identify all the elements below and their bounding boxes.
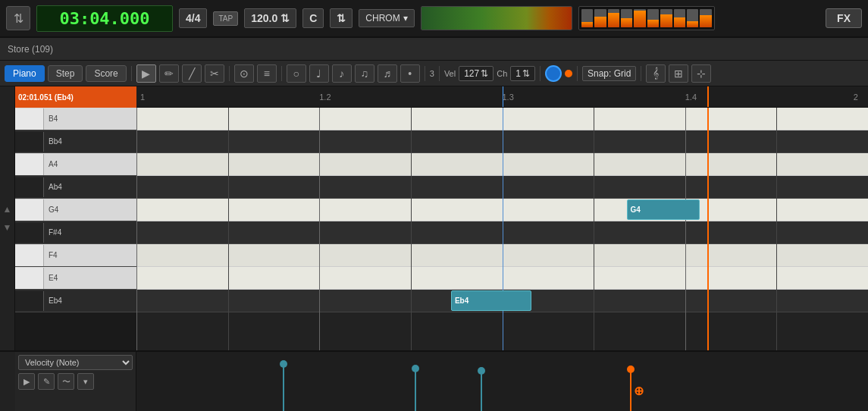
ch-value-display[interactable]: 1 ⇅ bbox=[510, 66, 535, 81]
select-tool[interactable]: ▶ bbox=[136, 64, 156, 83]
ch-number: 1 bbox=[515, 68, 521, 79]
eq-bar-1 bbox=[594, 9, 606, 27]
time-display: 03:04.000 bbox=[36, 5, 173, 32]
note-count: 3 bbox=[430, 69, 434, 78]
sep-5 bbox=[439, 66, 440, 81]
eq-bar-9 bbox=[700, 9, 711, 27]
velocity-select[interactable]: Velocity (Note) bbox=[18, 355, 133, 370]
layout-btn[interactable]: ⊞ bbox=[669, 64, 688, 83]
key-arrows[interactable]: ⇅ bbox=[330, 8, 353, 28]
tab-piano[interactable]: Piano bbox=[5, 65, 45, 82]
transport-bar: ⇅ 03:04.000 4/4 TAP 120.0 ⇅ C ⇅ CHROM ▾ … bbox=[0, 0, 868, 38]
note-g4[interactable]: G4 bbox=[627, 199, 700, 220]
vel-pencil-btn[interactable]: ✎ bbox=[38, 373, 55, 390]
tap-button[interactable]: TAP bbox=[213, 11, 238, 26]
sep-7 bbox=[577, 66, 578, 81]
key-f4[interactable]: F4 bbox=[15, 244, 136, 267]
record-btn[interactable] bbox=[545, 65, 562, 82]
crosshair-btn[interactable]: ⊹ bbox=[691, 64, 711, 83]
eq-bar-0 bbox=[581, 9, 593, 27]
grid-vline-6 bbox=[685, 108, 686, 350]
fx-button[interactable]: FX bbox=[826, 8, 862, 28]
piano-roll: Piano Step Score ▶ ✏ ╱ ✂ ⊙ ≡ ○ ♩ ♪ ♫ ♬ •… bbox=[0, 61, 868, 411]
vel-chevron-btn[interactable]: ▾ bbox=[77, 373, 94, 390]
key-a4[interactable]: A4 bbox=[15, 153, 136, 176]
key-ab4[interactable]: Ab4 bbox=[15, 176, 136, 199]
tab-step[interactable]: Step bbox=[48, 65, 83, 82]
key-eb4[interactable]: Eb4 bbox=[15, 290, 136, 312]
sep-1 bbox=[131, 66, 132, 81]
ruler-12: 1.2 bbox=[319, 93, 331, 102]
eq-bar-5 bbox=[647, 9, 659, 27]
erase-tool[interactable]: ✂ bbox=[205, 64, 224, 83]
piano-toolbar: Piano Step Score ▶ ✏ ╱ ✂ ⊙ ≡ ○ ♩ ♪ ♫ ♬ •… bbox=[0, 61, 868, 86]
key-e4[interactable]: E4 bbox=[15, 267, 136, 290]
key-bb4[interactable]: Bb4 bbox=[15, 130, 136, 153]
vel-play-btn[interactable]: ▶ bbox=[18, 373, 35, 390]
scale-chevron: ▾ bbox=[403, 13, 408, 24]
orange-dot-indicator bbox=[565, 70, 572, 77]
sep-4 bbox=[425, 66, 425, 81]
velocity-tools: ▶ ✎ 〜 ▾ bbox=[18, 373, 133, 390]
velocity-area: Velocity (Note) ▶ ✎ 〜 ▾ ⊕ bbox=[0, 350, 868, 411]
eq-bar-4 bbox=[634, 9, 645, 27]
blue-ref-line bbox=[503, 108, 503, 350]
snap-select[interactable]: Snap: Grid bbox=[582, 66, 636, 81]
note-eb4[interactable]: Eb4 bbox=[451, 290, 531, 311]
note-eighth[interactable]: ♫ bbox=[355, 64, 374, 83]
key-b4[interactable]: B4 bbox=[15, 108, 136, 130]
key-display[interactable]: C bbox=[302, 8, 324, 28]
line-tool[interactable]: ╱ bbox=[182, 64, 202, 83]
note-half[interactable]: ♩ bbox=[309, 64, 329, 83]
keys-grid-area: B4Bb4A4Ab4G4F#4F4E4Eb4 Eb4G4 bbox=[15, 108, 868, 350]
sep-8 bbox=[641, 66, 641, 81]
vel-value-display[interactable]: 127 ⇅ bbox=[459, 66, 494, 81]
tempo-value: 120.0 bbox=[251, 12, 277, 24]
key-fs4[interactable]: F#4 bbox=[15, 221, 136, 244]
vel-dot-1 bbox=[412, 365, 419, 372]
grid-area[interactable]: Eb4G4 bbox=[136, 108, 868, 350]
tempo-arrows: ⇅ bbox=[280, 12, 290, 24]
eq-meter bbox=[578, 6, 715, 30]
left-nav: ▲ ▼ bbox=[0, 86, 15, 350]
arrows-icon: ⇅ bbox=[14, 11, 24, 26]
store-label: Store (109) bbox=[8, 44, 53, 55]
vel-number: 127 bbox=[464, 68, 479, 79]
clef-icon[interactable]: 𝄞 bbox=[646, 64, 666, 83]
playhead-ruler bbox=[707, 86, 709, 107]
sep-6 bbox=[540, 66, 541, 81]
scale-display[interactable]: CHROM ▾ bbox=[359, 9, 414, 27]
piano-roll-main: ▲ ▼ 02:01.051 (Eb4) 1 1.2 1.3 1.4 2 bbox=[0, 86, 868, 350]
piano-keys: B4Bb4A4Ab4G4F#4F4E4Eb4 bbox=[15, 108, 136, 350]
draw-tool[interactable]: ✏ bbox=[159, 64, 179, 83]
time-sig-display[interactable]: 4/4 bbox=[179, 8, 207, 28]
grid-tool[interactable]: ≡ bbox=[257, 64, 277, 83]
ruler-2: 2 bbox=[854, 93, 858, 102]
blue-line-ruler bbox=[503, 86, 503, 107]
vel-bar-0 bbox=[283, 364, 284, 411]
note-whole[interactable]: ○ bbox=[287, 64, 306, 83]
vel-curve-btn[interactable]: 〜 bbox=[58, 373, 74, 390]
note-quarter[interactable]: ♪ bbox=[332, 64, 352, 83]
tempo-display[interactable]: 120.0 ⇅ bbox=[244, 8, 296, 28]
velocity-panel: Velocity (Note) ▶ ✎ 〜 ▾ bbox=[15, 352, 136, 411]
nav-down[interactable]: ▼ bbox=[2, 221, 14, 234]
sep-2 bbox=[229, 66, 230, 81]
note-dot[interactable]: • bbox=[400, 64, 420, 83]
tab-score[interactable]: Score bbox=[86, 65, 126, 82]
eq-bar-7 bbox=[674, 9, 685, 27]
nav-up[interactable]: ▲ bbox=[2, 203, 14, 215]
eq-bar-2 bbox=[608, 9, 619, 27]
transport-arrows-btn[interactable]: ⇅ bbox=[6, 6, 30, 30]
level-meter-fill bbox=[421, 7, 572, 30]
level-meter bbox=[421, 6, 572, 30]
scale-value: CHROM bbox=[365, 13, 400, 24]
loop-tool[interactable]: ⊙ bbox=[234, 64, 254, 83]
ruler-13: 1.3 bbox=[503, 93, 514, 102]
ch-label: Ch bbox=[497, 69, 507, 78]
note-sixteenth[interactable]: ♬ bbox=[378, 64, 397, 83]
key-g4[interactable]: G4 bbox=[15, 199, 136, 221]
grid-vline-1 bbox=[228, 108, 229, 350]
vel-dot-3 bbox=[627, 366, 635, 373]
vel-arrows: ⇅ bbox=[481, 68, 488, 79]
